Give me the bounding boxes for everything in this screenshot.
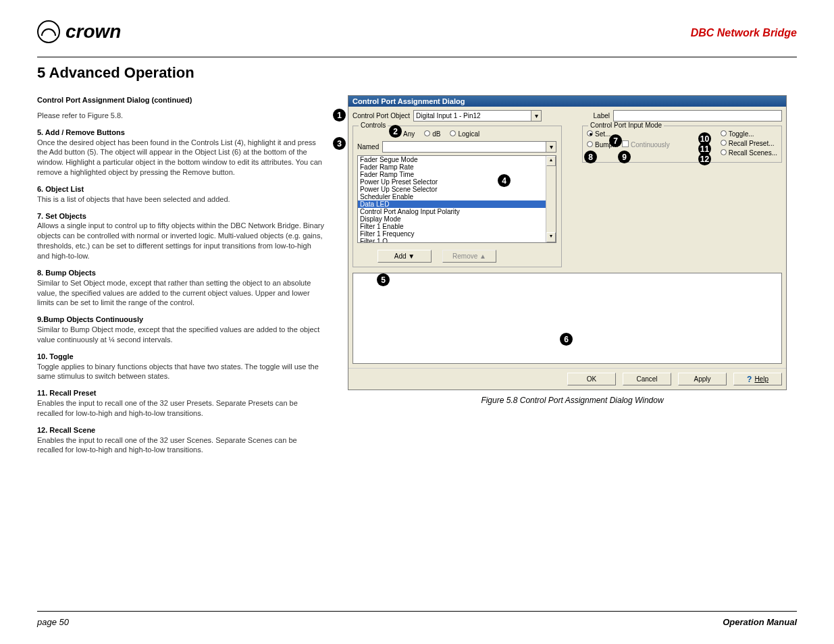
control-port-assignment-dialog: Control Port Assignment Dialog Control P… [348,95,787,390]
brand-logo: crown [37,20,121,43]
list-item[interactable]: Filter 1 Frequency [358,230,556,238]
list-item[interactable]: Fader Segue Mode [358,156,556,163]
brand-name: crown [66,21,121,43]
radio-logical[interactable]: Logical [450,130,479,138]
s12-heading: 12. Recall Scene [37,425,324,435]
label-field-label: Label [594,112,610,119]
callout-5: 5 [377,273,390,286]
control-port-object-value: Digital Input 1 - Pin12 [416,112,481,119]
s9-heading: 9.Bump Objects Continuously [37,315,324,325]
product-name: DBC Network Bridge [691,20,797,39]
s11-text: Enables the input to recall one of the 3… [37,398,324,419]
s6-heading: 6. Object List [37,184,324,194]
radio-bump[interactable]: Bump... Continuously [587,140,670,149]
figure-caption: Figure 5.8 Control Port Assignment Dialo… [348,396,797,405]
controls-frame-label: Controls [359,122,388,129]
list-item[interactable]: Display Mode [358,215,556,223]
s12-text: Enables the input to recall one of the 3… [37,435,324,456]
chevron-down-icon[interactable]: ▾ [531,111,541,121]
controls-listbox[interactable]: ▴ ▾ Fader Segue ModeFader Ramp RateFader… [357,155,556,243]
radio-toggle[interactable]: Toggle... [721,130,777,138]
s10-text: Toggle applies to binary functions objec… [37,362,324,382]
header-divider [37,57,797,57]
chevron-down-icon[interactable]: ▾ [546,142,556,152]
callout-12: 12 [698,153,711,165]
callout-2: 2 [389,125,402,138]
radio-recall-preset[interactable]: Recall Preset... [721,140,777,147]
s7-heading: 7. Set Objects [37,211,324,221]
footer-divider [37,611,797,612]
help-button[interactable]: ?Help [733,373,782,385]
dialog-titlebar: Control Port Assignment Dialog [348,96,786,107]
s7-text: Allows a single input to control up to f… [37,221,324,261]
callout-1: 1 [333,109,346,122]
body-text-column: Control Port Assignment Dialog (continue… [37,95,324,462]
scroll-down-icon[interactable]: ▾ [546,232,556,242]
cancel-button[interactable]: Cancel [623,373,671,385]
mode-frame-label: Control Port Input Mode [588,122,664,129]
object-list-panel[interactable] [353,273,782,364]
control-port-object-select[interactable]: Digital Input 1 - Pin12 ▾ [413,110,542,122]
sub-heading: Control Port Assignment Dialog (continue… [37,95,324,105]
named-label: Named [357,143,379,151]
list-item[interactable]: Data LED [358,200,556,208]
list-item[interactable]: Fader Ramp Rate [358,163,556,171]
list-item[interactable]: Power Up Scene Selector [358,186,556,193]
help-icon: ? [747,375,752,384]
ok-button[interactable]: OK [567,373,616,385]
label-input[interactable] [613,110,782,122]
radio-set[interactable]: Set... [587,130,670,138]
callout-8: 8 [584,151,597,163]
page-number: page 50 [37,617,69,627]
s6-text: This is a list of objects that have been… [37,194,324,205]
manual-title: Operation Manual [723,617,797,627]
list-item[interactable]: Control Port Analog Input Polarity [358,208,556,215]
list-item[interactable]: Filter 1 Enable [358,223,556,230]
radio-db[interactable]: dB [424,130,440,138]
refer-text: Please refer to Figure 5.8. [37,111,324,121]
continuously-checkbox[interactable] [622,140,629,147]
scrollbar[interactable]: ▴ ▾ [546,156,556,242]
list-item[interactable]: Filter 1 Q [358,238,556,243]
callout-3: 3 [333,137,346,150]
s10-heading: 10. Toggle [37,352,324,362]
s8-text: Similar to Set Object mode, except that … [37,278,324,308]
callout-4: 4 [498,174,511,187]
controls-frame: Controls Any dB Logical Named [353,126,562,267]
section-heading: 5 Advanced Operation [37,64,797,82]
s5-text: Once the desired object has been found i… [37,138,324,178]
control-port-object-label: Control Port Object [353,112,410,119]
list-item[interactable]: Power Up Preset Selector [358,178,556,186]
add-button[interactable]: Add ▼ [377,250,432,263]
callout-9: 9 [618,151,631,163]
figure-5-8: Control Port Assignment Dialog Control P… [348,95,797,390]
callout-6: 6 [560,333,573,346]
scroll-up-icon[interactable]: ▴ [546,156,556,166]
remove-button[interactable]: Remove ▲ [442,250,496,263]
s8-heading: 8. Bump Objects [37,268,324,278]
list-item[interactable]: Fader Ramp Time [358,171,556,178]
list-item[interactable]: Scheduler Enable [358,193,556,200]
crown-icon [37,20,60,43]
s9-text: Similar to Bump Object mode, except that… [37,325,324,345]
apply-button[interactable]: Apply [678,373,727,385]
s5-heading: 5. Add / Remove Buttons [37,128,324,138]
radio-recall-scenes[interactable]: Recall Scenes... [721,149,777,157]
named-select[interactable]: ▾ [382,141,556,153]
callout-7: 7 [609,134,622,147]
s11-heading: 11. Recall Preset [37,388,324,398]
